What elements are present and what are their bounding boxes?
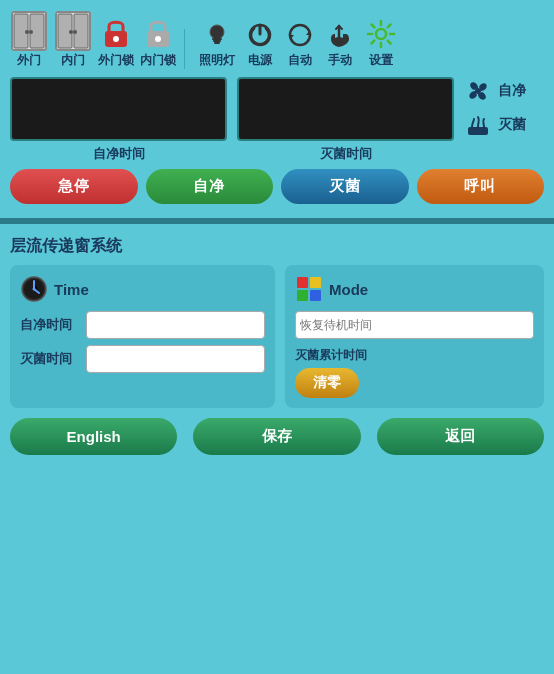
action-buttons: 急停 自净 灭菌 呼叫 bbox=[10, 169, 544, 204]
self-clean-label: 自净时间 bbox=[93, 145, 145, 163]
settings-icon[interactable]: 设置 bbox=[365, 18, 397, 69]
sterilize-screen bbox=[237, 77, 454, 141]
auto-label: 自动 bbox=[288, 52, 312, 69]
svg-point-18 bbox=[376, 29, 386, 39]
auto-icon[interactable]: 自动 bbox=[285, 20, 315, 69]
inner-lock-icon[interactable]: 内门锁 bbox=[140, 16, 176, 69]
time-panel-title: Time bbox=[54, 281, 89, 298]
section-title: 层流传递窗系统 bbox=[10, 236, 544, 257]
cumulative-label: 灭菌累计时间 bbox=[295, 347, 534, 364]
power-icon[interactable]: 电源 bbox=[245, 20, 275, 69]
settings-label: 设置 bbox=[369, 52, 393, 69]
svg-point-4 bbox=[29, 30, 33, 34]
svg-rect-27 bbox=[310, 290, 321, 301]
time-panel-header: Time bbox=[20, 275, 265, 303]
svg-point-14 bbox=[210, 25, 224, 39]
svg-point-13 bbox=[155, 36, 161, 42]
icon-bar: 外门 内门 外门锁 bbox=[10, 10, 544, 69]
mode-panel: Mode 灭菌累计时间 清零 bbox=[285, 265, 544, 408]
fan-side-icon[interactable]: 自净 bbox=[464, 77, 544, 105]
time-panel: Time 自净时间 灭菌时间 bbox=[10, 265, 275, 408]
mode-input[interactable] bbox=[295, 311, 534, 339]
sterilize-time-input[interactable] bbox=[86, 345, 265, 373]
light-icon[interactable]: 照明灯 bbox=[199, 20, 235, 69]
side-icons: 自净 灭菌 bbox=[464, 77, 544, 139]
display-area: 自净时间 灭菌时间 自净 bbox=[10, 77, 544, 163]
footer-buttons: English 保存 返回 bbox=[10, 418, 544, 455]
svg-rect-26 bbox=[297, 290, 308, 301]
clock-icon bbox=[20, 275, 48, 303]
sterilize-label: 灭菌时间 bbox=[320, 145, 372, 163]
power-label: 电源 bbox=[248, 52, 272, 69]
back-button[interactable]: 返回 bbox=[377, 418, 544, 455]
svg-point-3 bbox=[25, 30, 29, 34]
mode-panel-title: Mode bbox=[329, 281, 368, 298]
mode-icon bbox=[295, 275, 323, 303]
self-clean-time-label: 自净时间 bbox=[20, 316, 80, 334]
self-clean-field: 自净时间 bbox=[20, 311, 265, 339]
mode-panel-header: Mode bbox=[295, 275, 534, 303]
bottom-section: 层流传递窗系统 Time 自净时间 灭菌时间 bbox=[0, 228, 554, 463]
save-button[interactable]: 保存 bbox=[193, 418, 360, 455]
sterilize-button[interactable]: 灭菌 bbox=[281, 169, 409, 204]
manual-icon[interactable]: 手动 bbox=[325, 20, 355, 69]
svg-point-11 bbox=[113, 36, 119, 42]
fan-side-label: 自净 bbox=[498, 82, 526, 100]
icon-separator bbox=[184, 29, 185, 69]
outer-door-icon[interactable]: 外门 bbox=[10, 10, 48, 69]
self-clean-button[interactable]: 自净 bbox=[146, 169, 274, 204]
sterilize-time-label: 灭菌时间 bbox=[20, 350, 80, 368]
inner-door-icon[interactable]: 内门 bbox=[54, 10, 92, 69]
inner-lock-label: 内门锁 bbox=[140, 52, 176, 69]
outer-lock-icon[interactable]: 外门锁 bbox=[98, 16, 134, 69]
call-button[interactable]: 呼叫 bbox=[417, 169, 545, 204]
sterilize-field: 灭菌时间 bbox=[20, 345, 265, 373]
outer-door-label: 外门 bbox=[17, 52, 41, 69]
light-label: 照明灯 bbox=[199, 52, 235, 69]
english-button[interactable]: English bbox=[10, 418, 177, 455]
sterilize-display: 灭菌时间 bbox=[237, 77, 454, 163]
bottom-grid: Time 自净时间 灭菌时间 Mode bbox=[10, 265, 544, 408]
self-clean-display: 自净时间 bbox=[10, 77, 227, 163]
outer-lock-label: 外门锁 bbox=[98, 52, 134, 69]
time-displays: 自净时间 灭菌时间 bbox=[10, 77, 454, 163]
self-clean-time-input[interactable] bbox=[86, 311, 265, 339]
section-divider bbox=[0, 218, 554, 224]
inner-door-label: 内门 bbox=[61, 52, 85, 69]
steam-side-label: 灭菌 bbox=[498, 116, 526, 134]
steam-side-icon[interactable]: 灭菌 bbox=[464, 111, 544, 139]
svg-point-9 bbox=[73, 30, 77, 34]
svg-point-23 bbox=[33, 288, 36, 291]
svg-rect-25 bbox=[310, 277, 321, 288]
door-lock-icons: 外门 内门 外门锁 bbox=[10, 10, 176, 69]
self-clean-screen bbox=[10, 77, 227, 141]
clear-button[interactable]: 清零 bbox=[295, 368, 359, 398]
emergency-stop-button[interactable]: 急停 bbox=[10, 169, 138, 204]
top-section: 外门 内门 外门锁 bbox=[0, 0, 554, 214]
svg-rect-24 bbox=[297, 277, 308, 288]
manual-label: 手动 bbox=[328, 52, 352, 69]
svg-point-8 bbox=[69, 30, 73, 34]
svg-rect-20 bbox=[468, 127, 488, 135]
control-icons: 照明灯 电源 自动 bbox=[199, 18, 397, 69]
